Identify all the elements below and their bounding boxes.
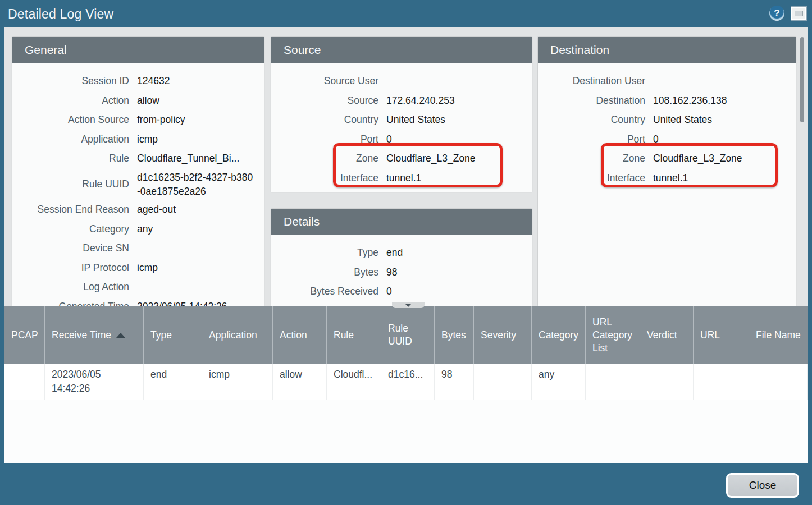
destination-row-destination: Destination108.162.236.138 [538,91,796,111]
table-collapse-handle[interactable] [392,302,425,308]
destination-row-destination-user: Destination User [538,71,796,91]
cell-url [694,364,749,400]
source-row-source-user: Source User [271,71,532,91]
column-header-severity[interactable]: Severity [474,306,532,364]
general-row-session-end-reason: Session End Reasonaged-out [12,200,264,219]
column-header-rule-uuid[interactable]: Rule UUID [381,306,435,364]
cell-category: any [532,364,586,400]
general-panel: General Session ID124632 Actionallow Act… [12,37,264,306]
cell-pcap [4,364,45,400]
column-header-url[interactable]: URL [694,306,749,364]
maximize-window-icon-inner [795,11,803,16]
cell-severity [474,364,532,400]
source-panel-title: Source [271,37,532,63]
close-button[interactable]: Close [726,473,799,498]
destination-row-interface: Interfacetunnel.1 [538,168,796,188]
details-panel: Details Typeend Bytes98 Bytes Received0 [271,209,532,306]
log-table: PCAP Receive Time Type Application Actio… [4,306,808,463]
general-row-application: Applicationicmp [12,130,264,149]
destination-row-zone: ZoneCloudflare_L3_Zone [538,149,796,168]
cell-receive-time: 2023/06/05 14:42:26 [45,364,144,400]
column-header-pcap[interactable]: PCAP [4,306,45,364]
details-panel-title: Details [271,209,532,235]
column-header-application[interactable]: Application [202,306,273,364]
help-icon[interactable]: ? [769,6,784,21]
general-row-device-sn: Device SN [12,238,264,258]
general-row-category: Categoryany [12,219,264,239]
column-header-bytes[interactable]: Bytes [435,306,474,364]
column-header-file-name[interactable]: File Name [749,306,808,364]
log-table-header: PCAP Receive Time Type Application Actio… [4,306,808,364]
destination-row-country: CountryUnited States [538,110,796,130]
details-row-bytes-received: Bytes Received0 [271,282,532,301]
source-row-port: Port0 [271,130,532,149]
column-header-receive-time[interactable]: Receive Time [45,306,144,364]
cell-action: allow [273,364,327,400]
destination-panel: Destination Destination User Destination… [538,37,796,306]
cell-file-name [749,364,808,400]
cell-type: end [144,364,202,400]
chevron-down-icon [405,304,412,307]
cell-rule-uuid: d1c16... [381,364,435,400]
general-row-session-id: Session ID124632 [12,71,264,91]
cell-rule: Cloudfl... [327,364,381,400]
details-row-type: Typeend [271,243,532,263]
table-row[interactable]: 2023/06/05 14:42:26 end icmp allow Cloud… [4,364,808,400]
log-detail-content: General Session ID124632 Actionallow Act… [4,27,808,306]
source-row-country: CountryUnited States [271,110,532,130]
column-header-verdict[interactable]: Verdict [640,306,694,364]
cell-application: icmp [202,364,273,400]
general-row-action: Actionallow [12,91,264,111]
general-row-action-source: Action Sourcefrom-policy [12,110,264,130]
titlebar: Detailed Log View ? [0,0,812,27]
source-row-zone: ZoneCloudflare_L3_Zone [271,149,532,168]
general-row-ip-protocol: IP Protocolicmp [12,258,264,278]
dialog-title: Detailed Log View [8,7,113,22]
maximize-window-icon[interactable] [791,7,806,20]
content-vertical-scrollbar[interactable] [800,37,804,122]
sort-ascending-icon [116,333,125,338]
source-panel: Source Source User Source172.64.240.253 … [271,37,532,192]
general-row-rule: RuleCloudflare_Tunnel_Bi... [12,149,264,168]
general-row-rule-uuid: Rule UUIDd1c16235-b2f2-4327-b380-0ae1875… [12,168,264,200]
general-row-log-action: Log Action [12,277,264,297]
cell-url-category-list [586,364,640,400]
details-row-bytes: Bytes98 [271,263,532,282]
column-header-action[interactable]: Action [273,306,327,364]
destination-panel-title: Destination [538,37,796,63]
column-header-type[interactable]: Type [144,306,202,364]
destination-row-port: Port0 [538,130,796,149]
column-header-rule[interactable]: Rule [327,306,381,364]
detailed-log-view-dialog: Detailed Log View ? General Session ID12… [0,0,812,505]
column-header-category[interactable]: Category [532,306,586,364]
general-row-generated-time: Generated Time2023/06/05 14:42:26 [12,297,264,306]
cell-bytes: 98 [435,364,474,400]
source-row-source: Source172.64.240.253 [271,91,532,111]
column-header-url-category-list[interactable]: URL Category List [586,306,640,364]
cell-verdict [640,364,694,400]
source-row-interface: Interfacetunnel.1 [271,168,532,188]
general-panel-title: General [12,37,264,63]
